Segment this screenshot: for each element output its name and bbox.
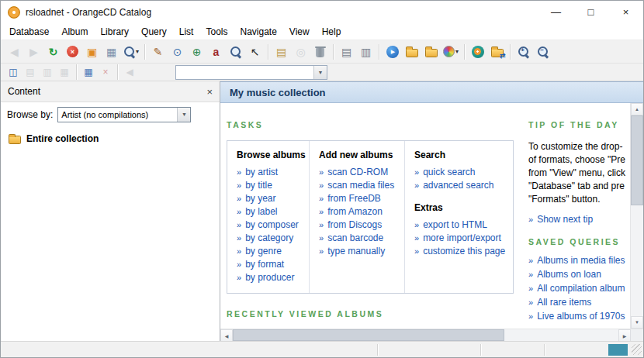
add-albums-link[interactable]: »scan media files (319, 179, 404, 192)
forward-button[interactable]: ▶ (25, 43, 43, 61)
menu-item-help[interactable]: Help (316, 24, 348, 40)
menu-item-tools[interactable]: Tools (199, 24, 234, 40)
edit-tracks-button[interactable]: ⊙ (168, 43, 186, 61)
music-folder-button[interactable] (422, 43, 440, 61)
extras-link[interactable]: »more import/export (414, 232, 513, 245)
menu-item-view[interactable]: View (283, 24, 316, 40)
search-button[interactable]: ▾ (122, 43, 140, 61)
browse-albums-link[interactable]: »by title (237, 179, 309, 192)
saved-query-link[interactable]: »Albums on loan (528, 267, 630, 281)
browse-by-dropdown-icon[interactable]: ▼ (177, 108, 190, 122)
remove-from-view-button[interactable]: × (98, 65, 113, 80)
stop-button[interactable]: × (64, 43, 81, 61)
browse-albums-link-text: by composer (245, 219, 299, 232)
browse-albums-link[interactable]: »by year (237, 192, 309, 205)
browse-by-select[interactable]: Artist (no compilations) ▼ (57, 107, 191, 122)
extras-link-text: export to HTML (423, 219, 487, 232)
menu-item-list[interactable]: List (173, 24, 200, 40)
add-albums-link[interactable]: »from Discogs (319, 219, 404, 232)
browse-albums-link[interactable]: »by artist (237, 166, 309, 179)
refresh-button[interactable]: ↻ (44, 43, 62, 61)
search-link[interactable]: »advanced search (414, 179, 513, 192)
menu-item-query[interactable]: Query (135, 24, 173, 40)
menu-item-album[interactable]: Album (55, 24, 94, 40)
vertical-scrollbar[interactable]: ▲ ▼ (630, 103, 643, 329)
bullet-icon: » (528, 309, 533, 323)
bullet-icon: » (319, 245, 324, 258)
status-pane-4 (545, 344, 608, 356)
add-albums-link[interactable]: »type manually (319, 245, 404, 258)
internet-lookup-button[interactable]: ⊕ (188, 43, 206, 61)
scroll-left-icon[interactable]: ◀ (220, 329, 233, 342)
add-albums-link[interactable]: »from Amazon (319, 205, 404, 219)
previous-view-button[interactable]: ◀ (122, 65, 137, 80)
horizontal-scroll-track[interactable] (233, 329, 618, 341)
add-albums-link[interactable]: »scan barcode (319, 232, 404, 245)
view-cards-button[interactable]: ▦ (57, 65, 72, 80)
menu-item-database[interactable]: Database (3, 24, 55, 40)
orangecd-home-button[interactable] (469, 43, 486, 61)
saved-query-link-text: Albums on loan (537, 267, 601, 281)
menu-item-library[interactable]: Library (94, 24, 135, 40)
browse-albums-link[interactable]: »by producer (237, 271, 309, 284)
delete-button[interactable] (311, 43, 329, 61)
saved-query-link[interactable]: »Albums in media files (528, 253, 630, 267)
browse-albums-link[interactable]: »by category (237, 232, 309, 245)
close-button[interactable]: × (608, 1, 643, 23)
extras-link[interactable]: »export to HTML (414, 219, 513, 232)
show-next-tip-link[interactable]: »Show next tip (528, 213, 630, 226)
copy-button[interactable]: ◎ (292, 43, 310, 61)
scroll-right-icon[interactable]: ▶ (618, 329, 631, 342)
search-link[interactable]: »quick search (414, 166, 513, 179)
horizontal-scroll-thumb[interactable] (233, 329, 504, 341)
zoom-out-button[interactable]: − (534, 43, 552, 61)
find-button[interactable] (227, 43, 244, 61)
saved-query-link[interactable]: »All rare items (528, 295, 630, 309)
thumbnails-button[interactable]: ▦ (102, 43, 120, 61)
zoom-in-button[interactable]: + (514, 43, 532, 61)
horizontal-scrollbar[interactable]: ◀ ▶ (220, 329, 643, 341)
saved-query-link[interactable]: »Create new quer (528, 327, 630, 329)
open-folder-button[interactable] (403, 43, 421, 61)
browse-albums-link[interactable]: »by format (237, 258, 309, 271)
panel-close-icon[interactable]: × (206, 86, 213, 98)
saved-query-link[interactable]: »Live albums of 1970s (528, 309, 630, 323)
maximize-button[interactable]: □ (573, 1, 608, 23)
extras-link[interactable]: »customize this page (414, 245, 513, 258)
browse-albums-link[interactable]: »by genre (237, 245, 309, 258)
dropdown-caret-icon: ▾ (455, 48, 459, 55)
view-list-button[interactable]: ▥ (40, 65, 55, 80)
scroll-down-icon[interactable]: ▼ (631, 316, 643, 329)
resize-grip[interactable] (632, 344, 642, 355)
view-combobox[interactable]: ▼ (175, 65, 327, 80)
print-button[interactable]: ▤ (338, 43, 355, 61)
menu-item-navigate[interactable]: Navigate (234, 24, 282, 40)
tree-item-entire-collection[interactable]: Entire collection (9, 133, 220, 144)
add-albums-link[interactable]: »scan CD-ROM (319, 166, 404, 179)
vertical-scroll-track[interactable] (631, 115, 643, 316)
minimize-button[interactable]: — (538, 1, 573, 23)
browse-albums-link[interactable]: »by label (237, 205, 309, 219)
import-export-button[interactable]: ⇄ (488, 43, 506, 61)
toolbar-separator (379, 44, 379, 60)
add-to-view-button[interactable]: ▦ (81, 65, 96, 80)
tip-of-day-header: TIP OF THE DAY (528, 120, 630, 129)
scroll-up-icon[interactable]: ▲ (631, 103, 643, 115)
vertical-scroll-thumb[interactable] (631, 115, 643, 205)
toggle-content-panel-button[interactable]: ◫ (5, 65, 21, 80)
browse-albums-link[interactable]: »by composer (237, 219, 309, 232)
select-mode-button[interactable]: ↖ (246, 43, 264, 61)
saved-query-link[interactable]: »All compilation album (528, 281, 630, 295)
auto-fill-button[interactable]: a (207, 43, 225, 61)
color-scheme-button[interactable]: ▾ (441, 43, 460, 61)
edit-album-button[interactable]: ✎ (149, 43, 167, 61)
print-preview-button[interactable]: ▥ (357, 43, 375, 61)
view-table-button[interactable]: ▤ (23, 65, 38, 80)
back-button[interactable]: ◀ (5, 43, 23, 61)
add-albums-link[interactable]: »from FreeDB (319, 192, 404, 205)
snapshot-button[interactable]: ▣ (83, 43, 101, 61)
paste-button[interactable]: ▤ (272, 43, 290, 61)
view-cards-icon: ▦ (60, 67, 68, 77)
play-button[interactable]: ▶ (383, 43, 401, 61)
view-combobox-dropdown-icon[interactable]: ▼ (313, 66, 327, 79)
